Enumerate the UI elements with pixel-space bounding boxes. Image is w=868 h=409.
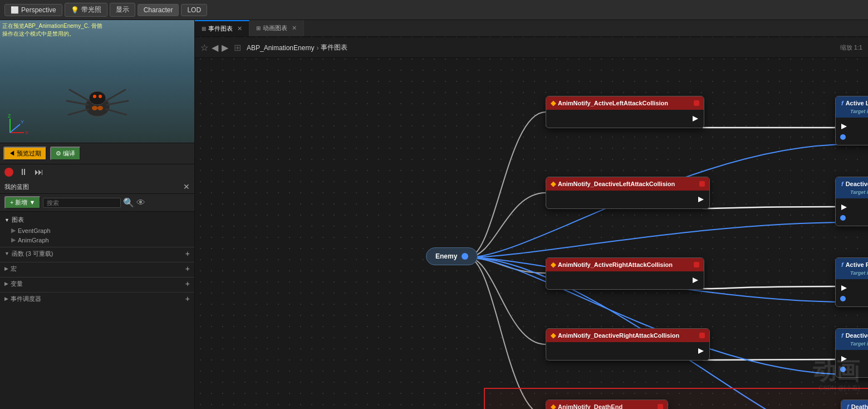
deactive-left-func-subtitle: Target is Base Enemy	[850, 189, 868, 195]
diamond-icon: ◆	[551, 99, 556, 107]
deactive-left-func-header: f Deactive Left Attack Collision Target …	[836, 177, 868, 198]
svg-marker-25	[841, 204, 847, 210]
event-graph-tab[interactable]: ⊞ 事件图表 ✕	[195, 20, 249, 36]
target-input-pin[interactable]	[840, 134, 846, 140]
svg-line-6	[107, 101, 128, 105]
event-stop-button5[interactable]	[658, 404, 663, 409]
exec-out-pin4[interactable]	[697, 347, 705, 355]
viewport-warning: 正在预览ABP_AnimationEnemy_C. 骨骼操作在这个模式中是禁用的…	[2, 22, 102, 38]
func-title-row5: f Death End	[847, 403, 868, 409]
exec-out-pin3[interactable]	[692, 276, 699, 284]
func-exec-in[interactable]	[840, 123, 848, 130]
search-icon[interactable]: 🔍	[123, 197, 134, 208]
func-exec-in3[interactable]	[840, 284, 848, 292]
event-graph-item[interactable]: ▶ EventGraph	[0, 226, 194, 235]
target-input-pin3[interactable]	[840, 296, 846, 301]
macros-expand: ▶	[4, 266, 8, 271]
deactive-left-event-label: AnimNotify_DeactiveLeftAttackCollision	[558, 181, 675, 187]
deactive-left-func-title: Deactive Left Attack Collision	[846, 181, 868, 187]
active-left-func-node[interactable]: f Active Left Attack Collision Target is…	[835, 96, 868, 145]
enemy-output-pin[interactable]	[462, 253, 468, 260]
event-stop-button4[interactable]	[699, 333, 705, 338]
enemy-node[interactable]: Enemy	[426, 247, 478, 265]
exec-out-pin2[interactable]	[697, 196, 705, 203]
event-stop-button3[interactable]	[694, 262, 699, 267]
deactive-left-func-body: Target	[836, 198, 868, 226]
graph-panel[interactable]: ⊞ 事件图表 ✕ ⊞ 动画图表 ✕ ☆ ◀ ▶ ⊞ ABP_AnimationE…	[195, 20, 868, 409]
deactive-right-event-node[interactable]: ◆ AnimNotify_DeactiveRightAttackCollisio…	[546, 328, 710, 361]
target-input-pin2[interactable]	[840, 215, 846, 221]
active-left-event-node[interactable]: ◆ AnimNotify_ActiveLeftAttackCollision	[546, 96, 704, 128]
search-bar: + 新增 ▼ 🔍 👁	[0, 194, 194, 212]
forward-button[interactable]: ▶	[222, 42, 228, 53]
anim-graph-item[interactable]: ▶ AnimGraph	[0, 235, 194, 245]
deactive-left-event-node[interactable]: ◆ AnimNotify_DeactiveLeftAttackCollision	[546, 177, 710, 209]
func-exec-row2	[840, 202, 868, 213]
active-right-event-body	[546, 271, 704, 289]
macros-label: 宏	[11, 265, 17, 273]
add-macro-button[interactable]: +	[185, 264, 190, 273]
svg-point-9	[97, 106, 103, 110]
active-right-func-node[interactable]: f Active Right Attack Collision Target i…	[835, 257, 868, 307]
lighting-button[interactable]: 💡 带光照	[65, 3, 107, 17]
divider: ⊞	[234, 42, 241, 53]
light-icon: 💡	[71, 6, 79, 14]
lod-label: LOD	[187, 6, 201, 14]
perspective-button[interactable]: ⬜ Perspective	[4, 4, 62, 16]
deactive-right-event-header: ◆ AnimNotify_DeactiveRightAttackCollisio…	[546, 329, 709, 342]
functions-label: 函数 (3 可重载)	[12, 250, 53, 258]
functions-section-header: ▼ 函数 (3 可重载) +	[0, 247, 194, 260]
step-button[interactable]: ⏭	[33, 167, 45, 178]
add-function-button[interactable]: +	[185, 249, 190, 258]
close-panel-button[interactable]: ✕	[183, 182, 190, 191]
lod-button[interactable]: LOD	[181, 4, 207, 16]
eye-icon[interactable]: 👁	[136, 198, 145, 208]
macros-section-header: ▶ 宏 +	[0, 262, 194, 275]
deactive-left-func-node[interactable]: f Deactive Left Attack Collision Target …	[835, 177, 868, 226]
deactive-right-event-body	[546, 342, 709, 360]
death-end-event-node[interactable]: ◆ AnimNotify_DeathEnd	[546, 400, 668, 409]
functions-expand: ▼	[4, 251, 9, 256]
event-stop-button[interactable]	[694, 100, 699, 106]
character-button[interactable]: Character	[138, 4, 179, 16]
bookmark-icon[interactable]: ☆	[200, 42, 208, 53]
active-right-event-label: AnimNotify_ActiveRightAttackCollision	[558, 261, 673, 268]
svg-marker-18	[693, 116, 698, 121]
exec-out-pin[interactable]	[692, 115, 699, 123]
death-end-event-label: AnimNotify_DeathEnd	[558, 403, 622, 409]
deactive-right-func-subtitle: Target is Base Enemy	[850, 341, 868, 347]
back-button[interactable]: ◀	[212, 42, 218, 53]
compile-button[interactable]: ⚙ 编译	[50, 147, 81, 160]
active-right-event-node[interactable]: ◆ AnimNotify_ActiveRightAttackCollision	[546, 257, 704, 290]
func-title-row2: f Deactive Left Attack Collision	[841, 181, 868, 187]
close-anim-tab[interactable]: ✕	[292, 25, 297, 32]
playback-controls: ⏸ ⏭	[0, 164, 194, 180]
variables-title-row: ▶ 变量	[4, 280, 23, 288]
graphs-header[interactable]: ▼ 图表	[0, 214, 194, 226]
anim-graph-tab[interactable]: ⊞ 动画图表 ✕	[249, 20, 304, 36]
record-button[interactable]	[4, 168, 13, 177]
svg-point-11	[99, 95, 102, 98]
svg-marker-21	[698, 348, 704, 354]
svg-line-3	[67, 101, 88, 105]
zoom-label: 缩放 1:1	[840, 43, 862, 52]
show-button[interactable]: 显示	[110, 3, 135, 17]
svg-point-10	[93, 95, 96, 98]
preview-button[interactable]: ◀ 预览过期	[3, 147, 47, 160]
add-variable-button[interactable]: +	[185, 279, 190, 288]
perspective-label: Perspective	[21, 6, 56, 14]
search-input[interactable]	[43, 198, 121, 208]
add-dispatcher-button[interactable]: +	[185, 294, 190, 303]
graph-canvas[interactable]: Enemy ◆ AnimNotify_ActiveLeftAttackColli…	[195, 58, 868, 409]
event-stop-button2[interactable]	[699, 181, 705, 187]
func-exec-in2[interactable]	[840, 203, 848, 211]
pause-button[interactable]: ⏸	[18, 167, 29, 178]
exec-pin-row2	[551, 194, 705, 205]
death-end-func-node[interactable]: f Death End Target is Base Enemy Target	[841, 400, 868, 409]
viewport-area: 正在预览ABP_AnimationEnemy_C. 骨骼操作在这个模式中是禁用的…	[0, 20, 194, 143]
active-left-event-body	[546, 110, 704, 128]
character-label: Character	[144, 6, 173, 14]
anim-graph-label: AnimGraph	[18, 237, 49, 244]
add-button[interactable]: + 新增 ▼	[4, 196, 41, 209]
close-event-tab[interactable]: ✕	[237, 25, 242, 32]
